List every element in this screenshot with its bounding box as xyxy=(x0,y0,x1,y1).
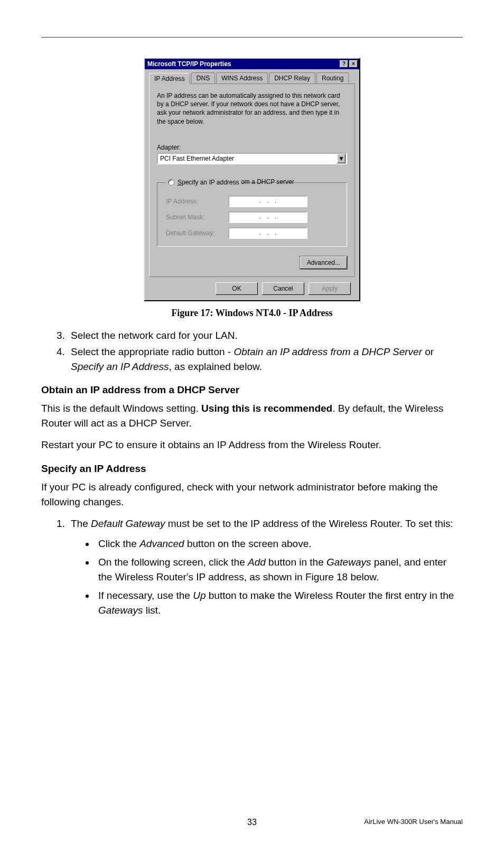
cancel-button[interactable]: Cancel xyxy=(262,282,304,295)
bullets-gateway: Click the Advanced button on the screen … xyxy=(71,536,463,618)
ip-address-field[interactable]: . . . xyxy=(228,196,307,207)
ip-address-row: IP Address: . . . xyxy=(166,196,340,207)
para-obtain-2: Restart your PC to ensure it obtains an … xyxy=(41,438,463,452)
adapter-label: Adapter: xyxy=(157,144,347,151)
question-icon: ? xyxy=(342,61,346,67)
subnet-mask-row: Subnet Mask: . . . xyxy=(166,211,340,223)
page-number: 33 xyxy=(247,818,257,827)
radio-icon xyxy=(168,179,174,186)
radio-specify-ip[interactable]: Specify an IP address xyxy=(166,179,241,186)
close-button[interactable]: × xyxy=(349,60,358,68)
default-gateway-field[interactable]: . . . xyxy=(228,227,307,239)
bullet-3: If necessary, use the Up button to make … xyxy=(95,588,463,617)
tcpip-properties-dialog: Microsoft TCP/IP Properties ? × IP Addre… xyxy=(144,58,360,301)
ip-dots: . . . xyxy=(258,229,277,237)
step-3: Select the network card for your LAN. xyxy=(68,328,463,343)
tab-wins-address[interactable]: WINS Address xyxy=(216,72,268,84)
titlebar: Microsoft TCP/IP Properties ? × xyxy=(145,59,359,69)
page-footer: 33 AirLive WN-300R User's Manual xyxy=(41,818,463,826)
step-4: Select the appropriate radio button - Ob… xyxy=(68,345,463,374)
heading-obtain: Obtain an IP address from a DHCP Server xyxy=(41,384,463,396)
default-gateway-label: Default Gateway: xyxy=(166,229,224,237)
adapter-select[interactable]: PCI Fast Ethernet Adapter ▼ xyxy=(157,153,347,164)
page-top-rule xyxy=(41,37,463,38)
subnet-mask-field[interactable]: . . . xyxy=(228,211,307,223)
dialog-body: IP Address DNS WINS Address DHCP Relay R… xyxy=(145,69,359,300)
figure-caption: Figure 17: Windows NT4.0 - IP Address xyxy=(41,308,463,319)
bullet-1: Click the Advanced button on the screen … xyxy=(95,536,463,551)
para-obtain-1: This is the default Windows setting. Usi… xyxy=(41,401,463,430)
ip-mode-radio-group: Obtain an IP address from a DHCP server … xyxy=(157,178,347,269)
steps-list-b: The Default Gateway must be set to the I… xyxy=(41,516,463,617)
radio-specify-label: Specify an IP address xyxy=(178,179,239,186)
ip-dots: . . . xyxy=(258,214,277,221)
tab-panel-ip-address: An IP address can be automatically assig… xyxy=(149,84,355,277)
advanced-button[interactable]: Advanced... xyxy=(300,256,347,269)
manual-name: AirLive WN-300R User's Manual xyxy=(364,818,463,826)
ip-dots: . . . xyxy=(258,198,277,205)
specify-groupbox: Specify an IP address IP Address: . . . … xyxy=(157,182,347,247)
tab-dhcp-relay[interactable]: DHCP Relay xyxy=(269,72,315,84)
ip-address-label: IP Address: xyxy=(166,198,224,205)
ok-button[interactable]: OK xyxy=(216,282,258,295)
help-button[interactable]: ? xyxy=(340,60,348,68)
adapter-value: PCI Fast Ethernet Adapter xyxy=(160,155,234,162)
bullet-2: On the following screen, click the Add b… xyxy=(95,555,463,584)
advanced-row: Advanced... xyxy=(157,256,347,269)
tab-ip-address[interactable]: IP Address xyxy=(149,73,190,84)
tabstrip: IP Address DNS WINS Address DHCP Relay R… xyxy=(149,72,355,84)
steps-list-a: Select the network card for your LAN. Se… xyxy=(41,328,463,374)
heading-specify: Specify an IP Address xyxy=(41,463,463,475)
adapter-dropdown-button[interactable]: ▼ xyxy=(337,154,346,163)
chevron-down-icon: ▼ xyxy=(338,155,344,162)
dialog-button-row: OK Cancel Apply xyxy=(149,277,355,295)
tab-routing[interactable]: Routing xyxy=(316,72,349,84)
default-gateway-row: Default Gateway: . . . xyxy=(166,227,340,239)
subnet-mask-label: Subnet Mask: xyxy=(166,214,224,221)
dialog-container: Microsoft TCP/IP Properties ? × IP Addre… xyxy=(41,58,463,301)
step-b1: The Default Gateway must be set to the I… xyxy=(68,516,463,617)
ip-tab-description: An IP address can be automatically assig… xyxy=(157,91,347,126)
para-specify-1: If your PC is already configured, check … xyxy=(41,480,463,509)
titlebar-buttons: ? × xyxy=(340,60,358,68)
apply-button[interactable]: Apply xyxy=(309,282,351,295)
tab-dns[interactable]: DNS xyxy=(191,72,215,84)
close-icon: × xyxy=(352,61,355,67)
window-title: Microsoft TCP/IP Properties xyxy=(147,60,340,68)
